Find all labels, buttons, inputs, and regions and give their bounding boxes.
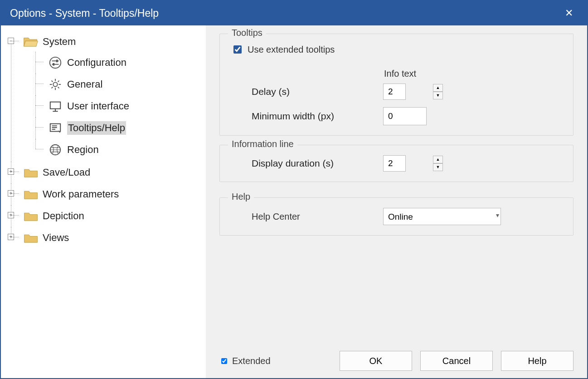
input-delay[interactable] — [383, 84, 406, 100]
tree-expand-save-load[interactable]: + — [8, 168, 14, 175]
tree-expand-depiction[interactable]: + — [8, 212, 14, 218]
svg-line-10 — [52, 81, 53, 82]
group-tooltips: Tooltips Use extended tooltips Info text… — [219, 34, 573, 136]
input-min-width[interactable] — [383, 107, 427, 125]
label-delay: Delay (s) — [252, 86, 379, 97]
svg-line-13 — [58, 81, 59, 82]
tree-expand-views[interactable]: + — [8, 234, 14, 240]
tree-node-tooltips-help[interactable]: Tooltips/Help — [47, 118, 201, 138]
monitor-icon — [47, 100, 63, 113]
spin-up-duration[interactable]: ▲ — [433, 156, 443, 163]
folder-icon — [23, 166, 39, 179]
checkbox-extended[interactable] — [221, 358, 227, 364]
folder-open-icon — [23, 35, 39, 48]
group-information-line: Information line Display duration (s) ▲ … — [219, 145, 573, 182]
options-panel: Tooltips Use extended tooltips Info text… — [206, 25, 587, 378]
svg-point-0 — [50, 57, 61, 68]
tree-node-depiction[interactable]: Depiction — [23, 206, 201, 226]
svg-rect-4 — [53, 63, 54, 66]
tree-node-system[interactable]: System — [23, 32, 201, 52]
dialog-footer: Extended OK Cancel Help — [219, 346, 573, 371]
label-min-width: Minimum width (px) — [252, 111, 379, 122]
folder-icon — [23, 188, 39, 201]
tree-node-configuration[interactable]: Configuration — [47, 53, 201, 73]
dropdown-help-center-wrap: Online — [383, 208, 505, 225]
options-dialog: Options - System - Tooltips/Help ✕ − Sys… — [0, 0, 588, 379]
options-tree: − System — [11, 31, 201, 249]
globe-icon — [47, 143, 63, 156]
sliders-icon — [47, 56, 63, 69]
group-help: Help Help Center Online — [219, 197, 573, 236]
group-information-line-legend: Information line — [228, 139, 297, 149]
tree-node-save-load[interactable]: Save/Load — [23, 162, 201, 182]
tree-node-general[interactable]: General — [47, 74, 201, 94]
group-help-legend: Help — [228, 192, 254, 202]
tree-expand-work-parameters[interactable]: + — [8, 190, 14, 197]
tooltip-icon — [47, 122, 63, 134]
label-use-extended-tooltips: Use extended tooltips — [248, 44, 335, 55]
window-title: Options - System - Tooltips/Help — [10, 7, 560, 20]
checkbox-use-extended-tooltips[interactable] — [233, 45, 242, 54]
spin-down-duration[interactable]: ▼ — [433, 163, 443, 171]
tree-node-work-parameters[interactable]: Work parameters — [23, 184, 201, 204]
tree-node-views[interactable]: Views — [23, 228, 201, 248]
folder-icon — [23, 231, 39, 244]
tree-node-user-interface[interactable]: User interface — [47, 96, 201, 116]
spin-down-delay[interactable]: ▼ — [433, 92, 443, 99]
cancel-button[interactable]: Cancel — [420, 351, 493, 371]
label-display-duration: Display duration (s) — [252, 158, 379, 169]
options-tree-sidebar: − System — [1, 25, 206, 378]
svg-point-5 — [53, 82, 57, 86]
group-tooltips-legend: Tooltips — [228, 28, 266, 38]
ok-button[interactable]: OK — [340, 351, 412, 371]
label-help-center: Help Center — [252, 212, 379, 222]
label-extended: Extended — [232, 356, 271, 366]
svg-line-12 — [52, 87, 53, 89]
gear-icon — [47, 78, 63, 91]
dropdown-help-center[interactable]: Online — [383, 208, 501, 225]
tree-node-region[interactable]: Region — [47, 140, 201, 160]
header-info-text: Info text — [383, 69, 446, 79]
svg-rect-14 — [50, 102, 61, 109]
svg-rect-3 — [56, 59, 58, 62]
spin-up-delay[interactable]: ▲ — [433, 84, 443, 92]
tree-collapse-system[interactable]: − — [8, 38, 14, 44]
folder-icon — [23, 210, 39, 222]
svg-line-11 — [58, 87, 59, 89]
help-button[interactable]: Help — [501, 351, 573, 371]
titlebar: Options - System - Tooltips/Help ✕ — [1, 1, 587, 25]
close-icon[interactable]: ✕ — [560, 7, 578, 19]
input-display-duration[interactable] — [383, 155, 406, 172]
